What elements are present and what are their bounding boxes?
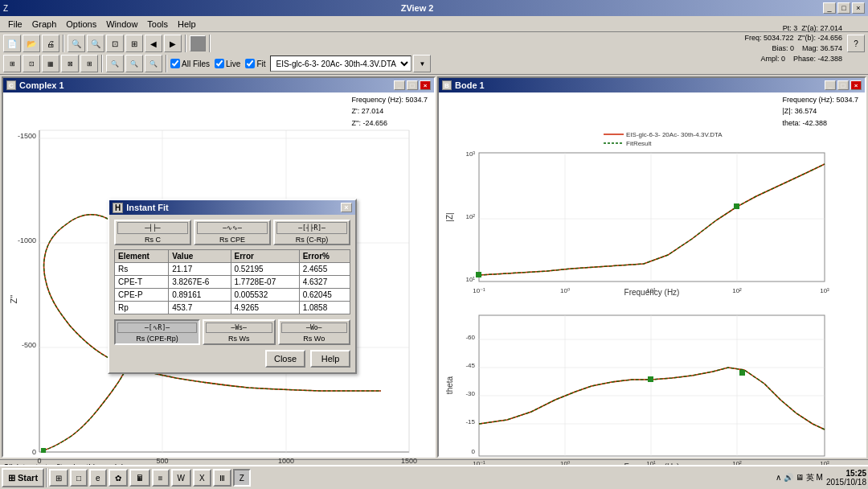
tray-time: 15:25 — [826, 469, 866, 478]
taskbar-item-1[interactable]: □ — [70, 469, 88, 487]
zoom-fit-button[interactable]: ⊡ — [106, 35, 124, 52]
complex-maximize[interactable]: □ — [407, 80, 418, 90]
dialog-title-text: Instant Fit — [126, 203, 169, 212]
maximize-button[interactable]: □ — [837, 2, 850, 14]
help-button[interactable]: Help — [310, 350, 350, 368]
taskbar-item-6[interactable]: W — [171, 469, 191, 487]
tb-icon1[interactable]: ⊞ — [3, 55, 21, 72]
menu-file[interactable]: File — [3, 18, 27, 31]
svg-text:-15: -15 — [465, 418, 475, 425]
row-cpet-elem: CPE-T — [115, 276, 169, 289]
window-controls: _ □ × — [823, 2, 865, 14]
live-checkbox[interactable] — [215, 59, 224, 68]
svg-rect-23 — [479, 153, 825, 281]
tb-icon5[interactable]: ⊞ — [80, 55, 98, 72]
tb-zoom3[interactable]: 🔍 — [145, 55, 162, 72]
fit-checkbox[interactable] — [245, 59, 255, 68]
allfiles-checkbox[interactable] — [170, 59, 180, 68]
complex-controls: _ □ × — [394, 80, 431, 90]
close-button[interactable]: × — [852, 2, 865, 14]
bode-maximize[interactable]: □ — [837, 80, 849, 90]
open-button[interactable]: 📂 — [23, 35, 40, 52]
dialog-close-icon[interactable]: × — [341, 203, 352, 212]
app-title: ZView 2 — [401, 3, 434, 13]
taskbar-item-zview[interactable]: Z — [233, 469, 251, 487]
model-rs-wo[interactable]: ─Wo─ Rs Wo — [278, 319, 351, 345]
taskbar-item-3[interactable]: ✿ — [108, 469, 128, 487]
complex-minimize[interactable]: _ — [394, 80, 405, 90]
print-button[interactable]: 🖨 — [42, 35, 59, 52]
sep4 — [101, 55, 103, 72]
model-rs-c[interactable]: ─┤├─ Rs C — [114, 220, 191, 245]
sep3 — [209, 35, 211, 52]
live-label: Live — [226, 60, 240, 68]
menu-options[interactable]: Options — [61, 18, 101, 31]
legend-line2: FitResult — [626, 140, 652, 147]
arrow-right-button[interactable]: ▶ — [164, 35, 182, 52]
menu-window[interactable]: Window — [101, 18, 142, 31]
taskbar-item-8[interactable]: Ⅲ — [213, 469, 231, 487]
svg-text:10¹: 10¹ — [646, 287, 656, 294]
close-button[interactable]: Close — [265, 350, 305, 368]
row-cpep-elem: CPE-P — [115, 289, 169, 302]
bode-chart: EIS-glc-6-3- 20Ac- 30th-4.3V.DTA FitResu… — [443, 122, 837, 484]
tb-icon3[interactable]: ▦ — [42, 55, 59, 72]
bottom-models-row: ─[∿R]─ Rs (CPE-Rp) ─Ws─ Rs Ws — [114, 319, 350, 345]
taskbar-item-7[interactable]: X — [193, 469, 211, 487]
complex-panel-title: C Complex 1 _ □ × — [3, 78, 434, 92]
file-dropdown[interactable]: EIS-glc-6-3- 20Ac- 30th-4.3V.DTA — [270, 55, 411, 72]
new-button[interactable]: 📄 — [3, 35, 21, 52]
live-check[interactable]: Live — [215, 59, 240, 68]
arrow-left-button[interactable]: ◀ — [145, 35, 162, 52]
taskbar-item-2[interactable]: e — [89, 469, 107, 487]
help-icon[interactable]: ? — [847, 35, 865, 52]
gray-box — [190, 35, 206, 51]
model-rs-ws[interactable]: ─Ws─ Rs Ws — [203, 319, 276, 345]
za-label: Z'(a): 27.014 — [801, 24, 842, 32]
taskbar-item-0[interactable]: ⊞ — [49, 469, 68, 487]
menu-tools[interactable]: Tools — [142, 18, 173, 31]
zoom-out-button[interactable]: 🔍 — [87, 35, 104, 52]
main-area: C Complex 1 _ □ × Frequency (Hz): 5034.7… — [0, 75, 868, 459]
row-rp-val: 453.7 — [169, 302, 231, 314]
bode-close[interactable]: × — [850, 80, 862, 90]
zoom-select-button[interactable]: ⊞ — [125, 35, 143, 52]
fit-check[interactable]: Fit — [245, 59, 265, 68]
svg-rect-40 — [479, 315, 825, 456]
toolbar-row1: 📄 📂 🖨 🔍 🔍 ⊡ ⊞ ◀ ▶ Pt: 3 Z'(a): 27.014 Fr… — [3, 34, 865, 53]
row-rp-errpct: 1.0858 — [299, 302, 350, 314]
model-rs-crp[interactable]: ─[┤├R]─ Rs (C-Rp) — [273, 220, 350, 245]
taskbar-item-5[interactable]: ≡ — [152, 469, 170, 487]
toolbar: 📄 📂 🖨 🔍 🔍 ⊡ ⊞ ◀ ▶ Pt: 3 Z'(a): 27.014 Fr… — [0, 32, 868, 75]
zoom-in-button[interactable]: 🔍 — [68, 35, 85, 52]
col-value: Value — [169, 250, 231, 263]
allfiles-check[interactable]: All Files — [170, 59, 210, 68]
dialog-action-buttons: Close Help — [114, 350, 350, 368]
menu-help[interactable]: Help — [173, 18, 201, 31]
svg-text:-500: -500 — [22, 341, 36, 349]
tray-icons: ∧ 🔊 🖥 英 M — [776, 472, 822, 483]
bode-minimize[interactable]: _ — [825, 80, 836, 90]
dropdown-arrow[interactable]: ▼ — [413, 55, 431, 72]
row-cpep-err: 0.005532 — [231, 289, 299, 302]
model-rs-cpe-label: Rs CPE — [219, 236, 245, 244]
complex-close[interactable]: × — [420, 80, 431, 90]
model-cpe-rp[interactable]: ─[∿R]─ Rs (CPE-Rp) — [114, 319, 200, 345]
model-rs-cpe[interactable]: ─∿∿─ Rs CPE — [194, 220, 271, 245]
svg-rect-60 — [648, 376, 653, 382]
tb-zoom1[interactable]: 🔍 — [106, 55, 124, 72]
start-button[interactable]: ⊞ Start — [2, 468, 44, 487]
bode-freq-line1: Frequency (Hz): 5034.7 — [782, 94, 858, 105]
svg-text:theta: theta — [445, 376, 454, 394]
tb-zoom2[interactable]: 🔍 — [125, 55, 143, 72]
menu-graph[interactable]: Graph — [27, 18, 62, 31]
tb-icon2[interactable]: ⊡ — [23, 55, 40, 72]
taskbar-item-4[interactable]: 🖩 — [129, 469, 150, 487]
svg-text:-30: -30 — [465, 390, 475, 397]
svg-text:10⁰: 10⁰ — [560, 287, 570, 294]
minimize-button[interactable]: _ — [823, 2, 836, 14]
row-cpet-errpct: 4.6327 — [299, 276, 350, 289]
bode-title-text: Bode 1 — [455, 80, 485, 90]
table-row-cpet: CPE-T 3.8267E-6 1.7728E-07 4.6327 — [115, 276, 350, 289]
tb-icon4[interactable]: ⊠ — [61, 55, 79, 72]
